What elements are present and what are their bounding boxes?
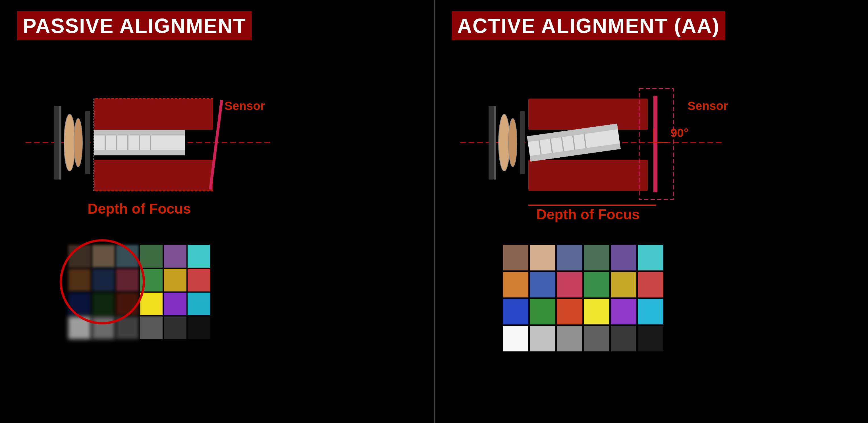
svg-rect-24 bbox=[494, 106, 496, 180]
color-cell bbox=[584, 326, 609, 351]
color-cell bbox=[503, 272, 528, 297]
color-cell bbox=[557, 299, 582, 324]
color-cell bbox=[68, 317, 91, 339]
color-cell bbox=[557, 272, 582, 297]
color-cell bbox=[140, 269, 162, 291]
svg-rect-2 bbox=[59, 106, 61, 180]
svg-rect-29 bbox=[528, 160, 648, 191]
color-cell bbox=[638, 245, 663, 270]
right-panel: ACTIVE ALIGNMENT (AA) bbox=[435, 0, 868, 423]
color-cell bbox=[164, 245, 186, 268]
color-cell bbox=[503, 299, 528, 324]
color-cell bbox=[611, 299, 637, 324]
left-diagram-area: Sensor Depth of Focus bbox=[17, 55, 417, 239]
svg-rect-27 bbox=[520, 111, 525, 174]
svg-rect-6 bbox=[94, 99, 213, 130]
color-cell bbox=[530, 245, 555, 270]
svg-rect-7 bbox=[94, 160, 213, 191]
svg-text:Depth of Focus: Depth of Focus bbox=[88, 201, 191, 217]
main-container: PASSIVE ALIGNMENT bbox=[0, 0, 868, 423]
right-title: ACTIVE ALIGNMENT (AA) bbox=[452, 11, 725, 40]
right-color-chart bbox=[503, 245, 663, 351]
color-cell bbox=[557, 245, 582, 270]
color-cell bbox=[503, 245, 528, 270]
color-cell bbox=[116, 245, 139, 268]
color-cell bbox=[68, 293, 91, 315]
color-cell bbox=[530, 326, 555, 351]
color-cell bbox=[530, 272, 555, 297]
color-cell bbox=[140, 317, 162, 339]
color-cell bbox=[164, 317, 186, 339]
color-cell bbox=[611, 245, 637, 270]
svg-rect-28 bbox=[528, 99, 648, 130]
color-cell bbox=[188, 269, 210, 291]
color-cell bbox=[188, 245, 210, 268]
left-panel: PASSIVE ALIGNMENT bbox=[0, 0, 434, 423]
color-cell bbox=[68, 269, 91, 291]
color-cell bbox=[92, 269, 115, 291]
color-cell bbox=[530, 299, 555, 324]
svg-rect-1 bbox=[54, 106, 59, 180]
color-cell bbox=[638, 272, 663, 297]
color-cell bbox=[68, 245, 91, 268]
color-cell bbox=[584, 272, 609, 297]
color-cell bbox=[584, 299, 609, 324]
color-cell bbox=[611, 326, 637, 351]
color-cell bbox=[164, 269, 186, 291]
svg-text:Sensor: Sensor bbox=[687, 99, 728, 112]
svg-rect-5 bbox=[85, 111, 90, 174]
svg-text:Sensor: Sensor bbox=[224, 99, 265, 112]
color-cell bbox=[140, 245, 162, 268]
color-cell bbox=[140, 293, 162, 315]
right-diagram-svg: 90° Sensor Depth of Focus bbox=[452, 55, 849, 231]
left-color-chart bbox=[68, 245, 210, 339]
color-cell bbox=[92, 317, 115, 339]
color-cell bbox=[116, 293, 139, 315]
color-cell bbox=[188, 293, 210, 315]
color-cell bbox=[164, 293, 186, 315]
color-cell bbox=[638, 326, 663, 351]
left-diagram-svg: Sensor Depth of Focus bbox=[17, 55, 415, 231]
color-cell bbox=[116, 317, 139, 339]
svg-rect-38 bbox=[653, 96, 657, 192]
svg-text:Depth of Focus: Depth of Focus bbox=[536, 206, 640, 222]
color-cell bbox=[503, 326, 528, 351]
color-cell bbox=[638, 299, 663, 324]
svg-point-4 bbox=[74, 119, 83, 167]
right-diagram-area: 90° Sensor Depth of Focus bbox=[452, 55, 851, 239]
left-title: PASSIVE ALIGNMENT bbox=[17, 11, 252, 40]
color-cell bbox=[188, 317, 210, 339]
color-cell bbox=[92, 245, 115, 268]
svg-rect-14 bbox=[94, 130, 185, 135]
svg-rect-15 bbox=[94, 150, 185, 155]
svg-text:90°: 90° bbox=[671, 126, 689, 139]
color-cell bbox=[584, 245, 609, 270]
svg-rect-23 bbox=[489, 106, 494, 180]
color-cell bbox=[92, 293, 115, 315]
color-cell bbox=[611, 272, 637, 297]
color-cell bbox=[557, 326, 582, 351]
svg-point-26 bbox=[508, 119, 517, 167]
color-cell bbox=[116, 269, 139, 291]
